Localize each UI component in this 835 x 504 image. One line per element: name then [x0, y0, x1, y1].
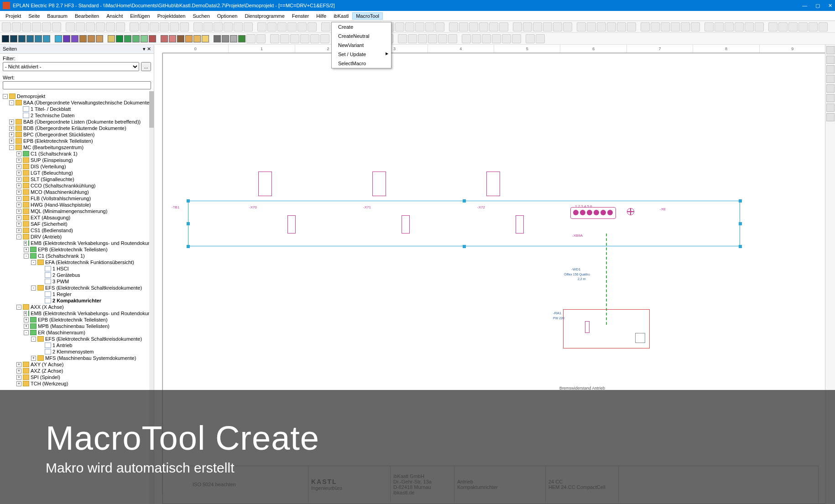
toolbar-button[interactable] — [140, 22, 149, 31]
menu-fenster[interactable]: Fenster — [288, 12, 313, 20]
tree-node[interactable]: -BAA (Übergeordnete Verwaltungstechnisch… — [1, 99, 153, 106]
toolbar-button[interactable] — [170, 22, 179, 31]
toolbar-button[interactable] — [150, 22, 159, 31]
toolbar-button[interactable] — [277, 22, 287, 31]
toolbar-button[interactable] — [96, 35, 103, 42]
maximize-button[interactable]: ▢ — [815, 3, 820, 9]
toolbar-button[interactable] — [577, 22, 586, 31]
dropdown-newvariant[interactable]: NewVariant — [332, 41, 391, 50]
tree-node[interactable]: 1 Antrieb — [1, 342, 153, 348]
tree-node[interactable]: +EPB (Elektrotechnik Teilelisten) — [1, 138, 153, 144]
toolbar-button[interactable] — [55, 35, 62, 42]
toolbar-button[interactable] — [809, 22, 818, 31]
toolbar-button[interactable] — [320, 34, 329, 43]
tree-node[interactable]: +EXT (Absaugung) — [1, 214, 153, 221]
tree-node[interactable]: 2 Klemmensystem — [1, 348, 153, 355]
toolbar-button[interactable] — [161, 35, 168, 42]
tree-node[interactable]: +AXZ (Z Achse) — [1, 368, 153, 374]
toolbar-button[interactable] — [778, 22, 788, 31]
toolbar-button[interactable] — [244, 22, 253, 31]
toolbar-button[interactable] — [459, 22, 468, 31]
toolbar-button[interactable] — [12, 22, 21, 31]
tool-icon[interactable] — [826, 94, 835, 102]
toolbar-button[interactable] — [290, 34, 299, 43]
toolbar-button[interactable] — [193, 35, 201, 42]
toolbar-button[interactable] — [22, 22, 31, 31]
toolbar-button[interactable] — [428, 34, 437, 43]
toolbar-button[interactable] — [257, 22, 266, 31]
tree-node[interactable]: +MFS (Maschinenbau Systemdokumente) — [1, 355, 153, 361]
toolbar-button[interactable] — [715, 22, 724, 31]
tree-node[interactable]: -C1 (Schaltschrank 1) — [1, 253, 153, 259]
menu-projekt[interactable]: Projekt — [2, 12, 25, 20]
toolbar-button[interactable] — [408, 34, 417, 43]
toolbar-button[interactable] — [469, 22, 478, 31]
toolbar-button[interactable] — [597, 22, 606, 31]
toolbar-button[interactable] — [230, 35, 237, 42]
tree-node[interactable]: +SPI (Spindel) — [1, 374, 153, 380]
tree-node[interactable]: 2 Technische Daten — [1, 112, 153, 119]
tree-node[interactable]: 1 HSCI — [1, 265, 153, 272]
toolbar-button[interactable] — [415, 22, 424, 31]
tool-icon[interactable] — [826, 56, 835, 64]
toolbar-button[interactable] — [32, 22, 41, 31]
toolbar-button[interactable] — [405, 22, 414, 31]
toolbar-button[interactable] — [482, 34, 491, 43]
tool-icon[interactable] — [826, 84, 835, 93]
tree-node[interactable]: -Demoprojekt — [1, 93, 153, 99]
toolbar-button[interactable] — [96, 22, 105, 31]
menu-optionen[interactable]: Optionen — [214, 12, 241, 20]
toolbar-button[interactable] — [202, 35, 209, 42]
toolbar-button[interactable] — [222, 35, 229, 42]
tool-icon[interactable] — [826, 104, 835, 112]
toolbar-button[interactable] — [63, 35, 70, 42]
toolbar-button[interactable] — [587, 22, 596, 31]
menu-dienstprogramme[interactable]: Dienstprogramme — [241, 12, 288, 20]
toolbar-button[interactable] — [536, 34, 545, 43]
tree-node[interactable]: +LGT (Beleuchtung) — [1, 170, 153, 176]
toolbar-button[interactable] — [246, 34, 256, 43]
toolbar-button[interactable] — [130, 22, 139, 31]
tree-node[interactable]: -AXX (X Achse) — [1, 304, 153, 310]
tree-node[interactable]: +HWG (Hand-Waschpistole) — [1, 202, 153, 208]
toolbar-button[interactable] — [214, 35, 221, 42]
toolbar-button[interactable] — [238, 35, 245, 42]
close-button[interactable]: ✕ — [828, 3, 832, 9]
tool-icon[interactable] — [826, 65, 835, 73]
tree-node[interactable]: +MPB (Maschinenbau Teilelisten) — [1, 323, 153, 329]
tree-node[interactable]: 2 Kompaktumrichter — [1, 297, 153, 304]
tree-node[interactable]: +MQL (Minimalmengenschmierung) — [1, 208, 153, 214]
toolbar-button[interactable] — [755, 22, 764, 31]
menu-bauraum[interactable]: Bauraum — [43, 12, 71, 20]
toolbar-button[interactable] — [563, 22, 572, 31]
toolbar-button[interactable] — [523, 22, 532, 31]
toolbar-button[interactable] — [448, 34, 457, 43]
menu-projektdaten[interactable]: Projektdaten — [154, 12, 189, 20]
toolbar-button[interactable] — [108, 35, 115, 42]
toolbar-button[interactable] — [43, 35, 50, 42]
toolbar-button[interactable] — [526, 34, 535, 43]
toolbar-button[interactable] — [681, 22, 690, 31]
toolbar-button[interactable] — [18, 35, 26, 42]
toolbar-button[interactable] — [177, 35, 184, 42]
toolbar-button[interactable] — [705, 22, 714, 31]
minimize-button[interactable]: — — [802, 3, 807, 9]
wert-input[interactable] — [3, 81, 151, 89]
menu-ibkastl[interactable]: ibKastl — [330, 12, 352, 20]
toolbar-button[interactable] — [256, 34, 266, 43]
toolbar-button[interactable] — [297, 22, 307, 31]
menu-ansicht[interactable]: Ansicht — [103, 12, 126, 20]
dropdown-setupdate[interactable]: Set / Update — [332, 50, 391, 59]
toolbar-button[interactable] — [395, 22, 404, 31]
toolbar-button[interactable] — [607, 22, 616, 31]
toolbar-button[interactable] — [180, 22, 189, 31]
menu-einfügen[interactable]: Einfügen — [126, 12, 153, 20]
toolbar-button[interactable] — [160, 22, 169, 31]
toolbar-button[interactable] — [234, 22, 243, 31]
toolbar-button[interactable] — [798, 22, 808, 31]
component-block[interactable] — [486, 171, 500, 196]
toolbar-button[interactable] — [641, 22, 650, 31]
menu-seite[interactable]: Seite — [25, 12, 43, 20]
tree-node[interactable]: +FLB (Vollstrahlschmierung) — [1, 195, 153, 202]
filter-select[interactable]: - Nicht aktiviert - — [3, 62, 139, 71]
